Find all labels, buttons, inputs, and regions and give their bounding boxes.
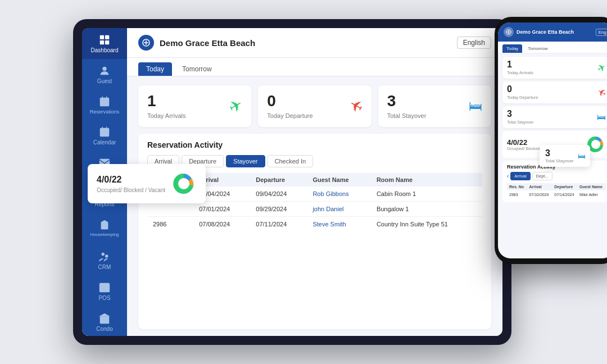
cell-room: Bungalow 1 bbox=[371, 202, 482, 217]
mobile-arrivals-number: 1 bbox=[507, 60, 533, 69]
mobile-departures-number: 0 bbox=[507, 85, 538, 94]
sidebar-item-condo[interactable]: Condo bbox=[82, 307, 127, 336]
occupancy-tooltip: 4/0/22 Occupied/ Blocked / Vacant bbox=[88, 164, 206, 203]
mobile-departures-label: Today Departure bbox=[507, 95, 538, 100]
arrivals-label: Today Arrivals bbox=[147, 112, 185, 119]
cell-departure: 07/11/2024 bbox=[250, 217, 307, 232]
svg-rect-8 bbox=[104, 133, 105, 134]
mobile-cell-guest: Mike Adler bbox=[577, 190, 606, 199]
col-departure: Departure bbox=[250, 173, 307, 186]
svg-rect-2 bbox=[100, 40, 104, 44]
stat-card-stayover: 3 Total Stayover 🛏 bbox=[378, 85, 491, 127]
filter-stayover[interactable]: Stayover bbox=[226, 155, 265, 167]
sidebar-item-dashboard[interactable]: Dashboard bbox=[82, 28, 127, 59]
filter-checkedin[interactable]: Checked In bbox=[268, 155, 314, 167]
hotel-name: Demo Grace Etta Beach bbox=[160, 38, 457, 48]
mobile-device: Demo Grace Etta Beach Eng Today Tomorrow… bbox=[495, 17, 607, 264]
cell-guest: Steve Smith bbox=[307, 217, 370, 232]
date-tab-bar: Today Tomorrow bbox=[127, 58, 502, 76]
mobile-stat-arrivals: 1 Today Arrivals ✈ bbox=[502, 57, 607, 79]
mobile-tab-tomorrow[interactable]: Tomorrow bbox=[524, 44, 551, 53]
mobile-col-arrival: Arrival bbox=[527, 183, 552, 190]
mobile-stayover-tooltip: 3 Total Stayover 🛏 bbox=[540, 145, 590, 167]
mobile-table-header: Res. No Arrival Departure Guest Name bbox=[507, 183, 606, 190]
cell-room: Country Inn Suite Type 51 bbox=[371, 217, 482, 232]
mobile-col-res-no: Res. No bbox=[507, 183, 527, 190]
mobile-cell-departure: 07/14/2024 bbox=[552, 190, 577, 199]
cell-room: Cabin Room 1 bbox=[371, 186, 482, 202]
sidebar-item-crm[interactable]: CRM bbox=[82, 245, 127, 276]
reservation-title: Reservation Activity bbox=[147, 140, 482, 149]
mobile-filter-departure[interactable]: Dept... bbox=[532, 172, 552, 180]
mobile-cell-res-no: 2983 bbox=[507, 190, 527, 199]
col-room-name: Room Name bbox=[371, 173, 482, 186]
occupancy-value: 4/0/22 bbox=[97, 175, 165, 185]
mobile-filter-arrival[interactable]: Arrival bbox=[510, 172, 530, 180]
svg-rect-14 bbox=[100, 316, 110, 324]
mobile-table-row: 2983 07/10/2024 07/14/2024 Mike Adler bbox=[507, 190, 606, 199]
mobile-logo bbox=[504, 27, 514, 37]
mobile-screen: Demo Grace Etta Beach Eng Today Tomorrow… bbox=[498, 22, 607, 258]
stayover-bed-icon: 🛏 bbox=[469, 98, 482, 114]
reservation-section: Reservation Activity Arrival Departure S… bbox=[138, 134, 491, 329]
mobile-stayover-label: Total Stayover bbox=[507, 120, 534, 125]
mobile-tooltip-bed-icon: 🛏 bbox=[578, 152, 586, 161]
mobile-prev-arrow[interactable]: ‹ bbox=[507, 173, 509, 179]
sidebar-item-housekeeping[interactable]: Housekeeping bbox=[82, 213, 127, 243]
cell-guest: john Daniel bbox=[307, 202, 370, 217]
departures-label: Today Departure bbox=[267, 112, 312, 119]
tablet-device: Dashboard Guest Reservations Calendar In… bbox=[73, 19, 511, 345]
mobile-col-departure: Departure bbox=[552, 183, 577, 190]
arrivals-number: 1 bbox=[147, 93, 185, 109]
occupancy-subtitle: Occupied/ Blocked / Vacant bbox=[97, 187, 165, 193]
stat-card-departures: 0 Today Departure ✈ bbox=[258, 85, 371, 127]
mobile-tabs: Today Tomorrow bbox=[498, 42, 607, 53]
cell-res-no: 2986 bbox=[147, 217, 193, 232]
arrival-plane-icon: ✈ bbox=[226, 95, 246, 117]
sidebar-item-guest[interactable]: Guest bbox=[82, 59, 127, 90]
cell-guest: Rob Gibbons bbox=[307, 186, 370, 202]
svg-point-11 bbox=[102, 253, 105, 256]
svg-rect-3 bbox=[105, 40, 109, 44]
cell-arrival: 07/01/2024 bbox=[193, 202, 250, 217]
mobile-filter-tabs: ‹ Arrival Dept... bbox=[507, 172, 606, 180]
sidebar-item-pos[interactable]: POS bbox=[82, 276, 127, 307]
mobile-tab-today[interactable]: Today bbox=[502, 44, 522, 53]
pie-chart bbox=[171, 171, 197, 197]
mobile-stat-departures: 0 Today Departure ✈ bbox=[502, 81, 607, 103]
cell-departure: 09/29/2024 bbox=[250, 202, 307, 217]
stayover-label: Total Stayover bbox=[387, 112, 427, 119]
mobile-arrivals-label: Today Arrivals bbox=[507, 70, 533, 75]
mobile-stayover-icon: 🛏 bbox=[597, 112, 606, 122]
header-logo bbox=[138, 35, 154, 51]
sidebar-item-calendar[interactable]: Calendar bbox=[82, 120, 127, 151]
language-button[interactable]: English bbox=[457, 37, 491, 49]
mobile-stayover-number: 3 bbox=[507, 110, 534, 119]
svg-point-4 bbox=[102, 67, 106, 71]
svg-point-12 bbox=[105, 254, 108, 258]
mobile-departure-icon: ✈ bbox=[595, 85, 607, 100]
mobile-stat-stayover: 3 Total Stayover 🛏 bbox=[502, 106, 607, 128]
mobile-header-left: Demo Grace Etta Beach bbox=[504, 27, 574, 37]
svg-rect-10 bbox=[103, 225, 106, 229]
mobile-language: Eng bbox=[596, 29, 607, 36]
departure-plane-icon: ✈ bbox=[346, 95, 366, 117]
svg-rect-7 bbox=[102, 133, 103, 134]
mobile-hotel-name: Demo Grace Etta Beach bbox=[517, 29, 574, 35]
mobile-col-guest: Guest Name bbox=[577, 183, 606, 190]
svg-rect-5 bbox=[100, 98, 110, 107]
sidebar-item-reservations[interactable]: Reservations bbox=[82, 90, 127, 120]
stats-row: 1 Today Arrivals ✈ 0 Today Departure ✈ 3 bbox=[127, 76, 502, 134]
col-guest-name: Guest Name bbox=[307, 173, 370, 186]
stat-card-arrivals: 1 Today Arrivals ✈ bbox=[138, 85, 251, 127]
stayover-number: 3 bbox=[387, 93, 427, 109]
table-row: 2986 07/08/2024 07/11/2024 Steve Smith C… bbox=[147, 217, 482, 232]
cell-arrival: 07/08/2024 bbox=[193, 217, 250, 232]
cell-departure: 09/04/2024 bbox=[250, 186, 307, 202]
table-row: 07/01/2024 09/29/2024 john Daniel Bungal… bbox=[147, 202, 482, 217]
mobile-header: Demo Grace Etta Beach Eng bbox=[498, 22, 607, 42]
tab-today[interactable]: Today bbox=[138, 62, 172, 76]
svg-point-21 bbox=[591, 140, 600, 149]
svg-rect-6 bbox=[100, 128, 110, 137]
tab-tomorrow[interactable]: Tomorrow bbox=[174, 62, 220, 76]
